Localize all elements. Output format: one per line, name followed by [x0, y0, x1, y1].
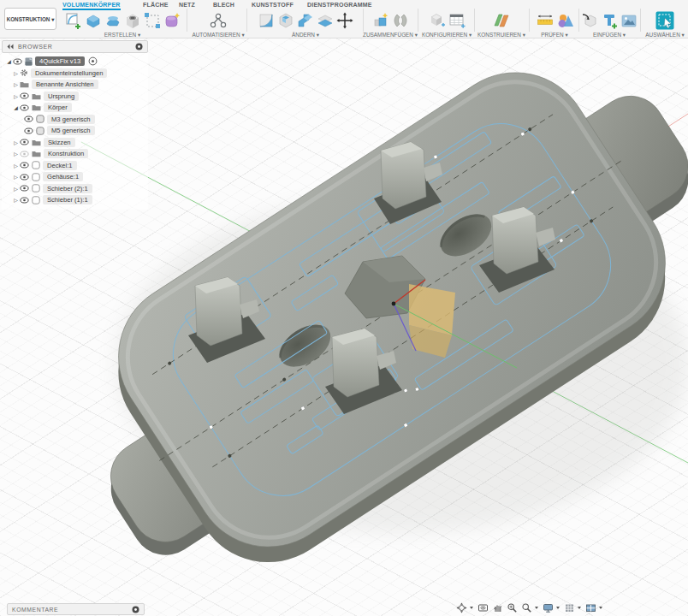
root-document-label[interactable]: 4QuickFix v13: [35, 56, 85, 66]
eye-icon[interactable]: [24, 127, 33, 134]
tree-item-deckel[interactable]: ▷ Deckel:1: [3, 160, 146, 172]
dropdown-caret[interactable]: [578, 607, 581, 609]
eye-icon[interactable]: [24, 116, 33, 122]
panel-settings-icon[interactable]: [135, 43, 143, 50]
zoom-icon[interactable]: [506, 601, 519, 614]
expander-collapsed-icon[interactable]: ▷: [12, 197, 20, 203]
tab-kunststoff[interactable]: KUNSTSTOFF: [252, 0, 294, 10]
ribbon-group-erstellen: ERSTELLEN ▾: [60, 10, 185, 38]
pan-icon[interactable]: [491, 601, 504, 614]
create-form-icon[interactable]: [163, 11, 181, 30]
construction-plane-icon[interactable]: [492, 11, 511, 30]
eye-icon[interactable]: [20, 197, 29, 204]
zusammenfuegen-dropdown[interactable]: ZUSAMMENFÜGEN ▾: [363, 32, 418, 38]
tab-flaeche[interactable]: FLÄCHE: [143, 0, 169, 10]
expander-collapsed-icon[interactable]: ▷: [12, 186, 20, 192]
expander-collapsed-icon[interactable]: ▷: [12, 163, 20, 169]
eye-icon[interactable]: [20, 139, 29, 145]
configuration-icon[interactable]: [428, 11, 447, 30]
einfuegen-dropdown[interactable]: EINFÜGEN ▾: [593, 32, 626, 38]
shell-icon[interactable]: [276, 11, 295, 30]
expander-collapsed-icon[interactable]: ▷: [12, 139, 20, 145]
revolve-icon[interactable]: [104, 11, 122, 30]
expander-collapsed-icon[interactable]: ▷: [12, 174, 20, 180]
browser-header[interactable]: BROWSER: [2, 40, 148, 53]
dropdown-caret[interactable]: [470, 607, 473, 609]
collapse-panel-icon[interactable]: [7, 44, 14, 50]
workspace-selector-button[interactable]: KONSTRUKTION ▾: [4, 8, 56, 30]
expander-expanded-icon[interactable]: ◢: [5, 58, 13, 64]
expander-collapsed-icon[interactable]: ▷: [12, 151, 20, 157]
split-body-icon[interactable]: [316, 11, 335, 30]
expander-collapsed-icon[interactable]: ▷: [12, 81, 20, 87]
eye-icon[interactable]: [20, 162, 29, 169]
folder-icon: [32, 150, 41, 157]
ribbon-group-konstruieren: KONSTRUIEREN ▾: [476, 10, 527, 38]
tree-item-konstruktion[interactable]: ▷ Konstruktion: [3, 148, 146, 160]
new-component-icon[interactable]: [371, 11, 390, 30]
browser-panel: BROWSER ◢ 4QuickFix v13 ▷ Dokumenteinste…: [2, 40, 151, 210]
configuration-table-icon[interactable]: [448, 11, 466, 30]
tree-item-ursprung[interactable]: ▷ Ursprung: [3, 91, 146, 103]
joint-icon[interactable]: [391, 11, 410, 30]
aendern-dropdown[interactable]: ÄNDERN ▾: [292, 32, 319, 38]
create-sketch-icon[interactable]: [64, 11, 83, 30]
canvas-icon[interactable]: [620, 11, 638, 30]
dropdown-caret[interactable]: [535, 607, 538, 609]
automatisieren-dropdown[interactable]: AUTOMATISIEREN ▾: [192, 32, 244, 38]
tree-item-dokumenteinstellungen[interactable]: ▷ Dokumenteinstellungen: [3, 68, 146, 80]
select-icon[interactable]: [655, 10, 675, 31]
display-settings-icon[interactable]: [542, 601, 555, 614]
eye-icon[interactable]: [20, 104, 29, 111]
tree-item-root[interactable]: ◢ 4QuickFix v13: [3, 56, 146, 68]
look-at-icon[interactable]: [477, 601, 489, 614]
fillet-icon[interactable]: [257, 11, 276, 30]
automate-icon[interactable]: [209, 11, 228, 30]
comments-title: KOMMENTARE: [12, 607, 132, 613]
eye-icon[interactable]: [20, 92, 29, 99]
hole-icon[interactable]: [123, 11, 142, 30]
expander-expanded-icon[interactable]: ◢: [12, 104, 20, 110]
tree-item-m3-generisch[interactable]: M3 generisch: [3, 114, 146, 126]
insert-derive-icon[interactable]: [580, 11, 599, 30]
grid-settings-icon[interactable]: [563, 601, 576, 614]
viewports-icon[interactable]: [584, 601, 597, 614]
tree-item-schieber-1[interactable]: ▷ Schieber (1):1: [3, 194, 146, 206]
pruefen-dropdown[interactable]: PRÜFEN ▾: [541, 32, 567, 38]
tree-item-benannte-ansichten[interactable]: ▷ Benannte Ansichten: [3, 79, 146, 91]
expander-collapsed-icon[interactable]: ▷: [12, 93, 20, 99]
tree-item-schieber-2[interactable]: ▷ Schieber (2):1: [3, 183, 146, 195]
comments-panel[interactable]: KOMMENTARE: [7, 603, 145, 615]
tree-item-skizzen[interactable]: ▷ Skizzen: [3, 137, 146, 149]
move-icon[interactable]: [335, 11, 354, 30]
component-icon: [32, 184, 40, 192]
measure-icon[interactable]: [536, 11, 555, 30]
konfigurieren-dropdown[interactable]: KONFIGURIEREN ▾: [422, 32, 472, 38]
rectangular-pattern-icon[interactable]: [143, 11, 162, 30]
konstruieren-dropdown[interactable]: KONSTRUIEREN ▾: [477, 32, 525, 38]
orbit-icon[interactable]: [455, 601, 468, 614]
ribbon-group-aendern: ÄNDERN ▾: [250, 10, 361, 38]
combine-icon[interactable]: [296, 11, 315, 30]
eye-icon[interactable]: [13, 58, 22, 65]
auswaehlen-dropdown[interactable]: AUSWÄHLEN ▾: [645, 32, 684, 38]
eye-icon[interactable]: [20, 185, 29, 192]
section-analysis-icon[interactable]: [555, 11, 574, 30]
erstellen-dropdown[interactable]: ERSTELLEN ▾: [104, 32, 140, 38]
expander-collapsed-icon[interactable]: ▷: [12, 70, 20, 76]
eye-off-icon[interactable]: [20, 151, 29, 157]
fit-icon[interactable]: [520, 601, 533, 614]
dropdown-caret[interactable]: [556, 607, 560, 609]
activate-radio-icon[interactable]: [88, 56, 98, 66]
panel-settings-icon[interactable]: [132, 606, 139, 613]
ribbon-group-einfuegen: EINFÜGEN ▾: [581, 10, 638, 38]
extrude-icon[interactable]: [84, 11, 103, 30]
dropdown-caret[interactable]: [599, 607, 602, 609]
tree-item-gehaeuse[interactable]: ▷ Gehäuse:1: [3, 171, 146, 183]
eye-icon[interactable]: [20, 174, 29, 181]
tree-item-m5-generisch[interactable]: M5 generisch: [3, 125, 146, 137]
insert-fastener-icon[interactable]: [600, 11, 619, 30]
tab-volumenkoerper[interactable]: VOLUMENKÖRPER: [62, 0, 121, 10]
tab-blech[interactable]: BLECH: [213, 0, 234, 10]
tree-item-koerper[interactable]: ◢ Körper: [3, 102, 146, 114]
